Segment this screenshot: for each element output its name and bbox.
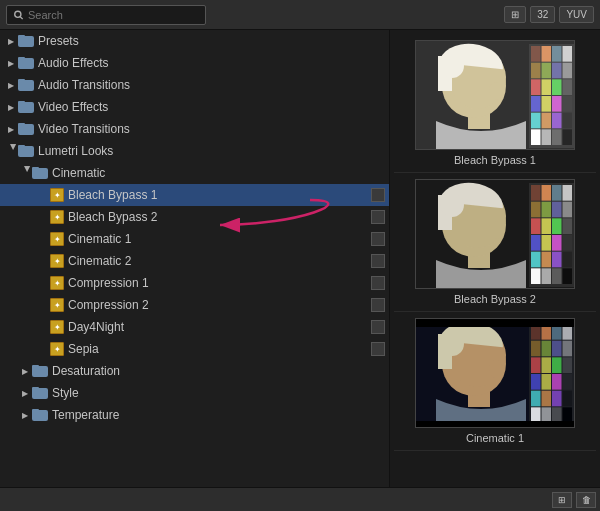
tree-item-temperature[interactable]: ▶ Temperature: [0, 404, 389, 426]
effect-icon-cinematic-1: ✦: [50, 232, 64, 246]
tree-item-video-transitions[interactable]: ▶ Video Transitions: [0, 118, 389, 140]
panel-wrapper: ▶ Presets ▶ Audio Effects ▶: [0, 30, 600, 487]
arrow-video-effects: ▶: [4, 100, 18, 114]
tree-item-cinematic-2[interactable]: ▶ ✦ Cinematic 2: [0, 250, 389, 272]
effect-icon-day4night: ✦: [50, 320, 64, 334]
tree-item-cinematic-1[interactable]: ▶ ✦ Cinematic 1: [0, 228, 389, 250]
label-style: Style: [52, 386, 385, 400]
effect-icon-cinematic-2: ✦: [50, 254, 64, 268]
effect-icon-compression-2: ✦: [50, 298, 64, 312]
folder-icon-video-effects: [18, 101, 34, 113]
label-cinematic-2: Cinematic 2: [68, 254, 367, 268]
label-sepia: Sepia: [68, 342, 367, 356]
svg-line-1: [20, 16, 22, 18]
bit-depth-button[interactable]: 32: [530, 6, 555, 23]
effect-icon-bleach-bypass-1: ✦: [50, 188, 64, 202]
label-desaturation: Desaturation: [52, 364, 385, 378]
bottom-toolbar: ⊞ 🗑: [0, 487, 600, 511]
preview-thumb-bleach-bypass-1: [415, 40, 575, 150]
preview-thumb-bleach-bypass-2: [415, 179, 575, 289]
folder-icon-style: [32, 387, 48, 399]
arrow-video-transitions: ▶: [4, 122, 18, 136]
effect-icon-sepia: ✦: [50, 342, 64, 356]
badge-sepia: [371, 342, 385, 356]
arrow-temperature: ▶: [18, 408, 32, 422]
badge-bleach-bypass-2: [371, 210, 385, 224]
label-cinematic: Cinematic: [52, 166, 385, 180]
tree-item-audio-effects[interactable]: ▶ Audio Effects: [0, 52, 389, 74]
canvas-bleach-bypass-2: [416, 180, 575, 289]
arrow-desaturation: ▶: [18, 364, 32, 378]
tree-item-compression-1[interactable]: ▶ ✦ Compression 1: [0, 272, 389, 294]
badge-compression-2: [371, 298, 385, 312]
label-temperature: Temperature: [52, 408, 385, 422]
tree-item-lumetri-looks[interactable]: ▶ Lumetri Looks: [0, 140, 389, 162]
effects-panel: ▶ Presets ▶ Audio Effects ▶: [0, 30, 390, 487]
preview-item-bleach-bypass-2[interactable]: Bleach Bypass 2: [394, 173, 596, 312]
label-audio-effects: Audio Effects: [38, 56, 385, 70]
folder-icon-temperature: [32, 409, 48, 421]
tree-item-cinematic[interactable]: ▶ Cinematic: [0, 162, 389, 184]
arrow-audio-effects: ▶: [4, 56, 18, 70]
preview-panel: Bleach Bypass 1 Bleach Bypass 2 Cinemati…: [390, 30, 600, 487]
label-presets: Presets: [38, 34, 385, 48]
folder-icon-audio-effects: [18, 57, 34, 69]
badge-cinematic-2: [371, 254, 385, 268]
preview-label-cinematic-1: Cinematic 1: [466, 432, 524, 444]
search-input[interactable]: [28, 9, 199, 21]
badge-bleach-bypass-1: [371, 188, 385, 202]
folder-icon-cinematic: [32, 167, 48, 179]
label-video-effects: Video Effects: [38, 100, 385, 114]
badge-cinematic-1: [371, 232, 385, 246]
badge-day4night: [371, 320, 385, 334]
tree-item-compression-2[interactable]: ▶ ✦ Compression 2: [0, 294, 389, 316]
preview-thumb-cinematic-1: [415, 318, 575, 428]
label-day4night: Day4Night: [68, 320, 367, 334]
folder-icon-lumetri-looks: [18, 145, 34, 157]
grid-view-button[interactable]: ⊞: [504, 6, 526, 23]
label-video-transitions: Video Transitions: [38, 122, 385, 136]
effects-list: ▶ Presets ▶ Audio Effects ▶: [0, 30, 389, 487]
label-bleach-bypass-2: Bleach Bypass 2: [68, 210, 367, 224]
label-cinematic-1: Cinematic 1: [68, 232, 367, 246]
search-icon: [13, 9, 24, 21]
folder-icon-video-transitions: [18, 123, 34, 135]
preview-label-bleach-bypass-1: Bleach Bypass 1: [454, 154, 536, 166]
arrow-lumetri-looks: ▶: [4, 144, 18, 158]
canvas-cinematic-1: [416, 319, 575, 428]
svg-point-0: [15, 11, 21, 17]
folder-icon-desaturation: [32, 365, 48, 377]
tree-item-bleach-bypass-2[interactable]: ▶ ✦ Bleach Bypass 2: [0, 206, 389, 228]
tree-item-sepia[interactable]: ▶ ✦ Sepia: [0, 338, 389, 360]
tree-item-day4night[interactable]: ▶ ✦ Day4Night: [0, 316, 389, 338]
preview-item-cinematic-1[interactable]: Cinematic 1: [394, 312, 596, 451]
arrow-style: ▶: [18, 386, 32, 400]
color-space-button[interactable]: YUV: [559, 6, 594, 23]
badge-compression-1: [371, 276, 385, 290]
tree-item-bleach-bypass-1[interactable]: ▶ ✦ Bleach Bypass 1: [0, 184, 389, 206]
effect-icon-bleach-bypass-2: ✦: [50, 210, 64, 224]
canvas-bleach-bypass-1: [416, 41, 575, 150]
tree-item-desaturation[interactable]: ▶ Desaturation: [0, 360, 389, 382]
tree-item-style[interactable]: ▶ Style: [0, 382, 389, 404]
preview-item-bleach-bypass-1[interactable]: Bleach Bypass 1: [394, 34, 596, 173]
folder-icon-presets: [18, 35, 34, 47]
delete-button[interactable]: 🗑: [576, 492, 596, 508]
arrow-cinematic: ▶: [18, 166, 32, 180]
arrow-presets: ▶: [4, 34, 18, 48]
arrow-audio-transitions: ▶: [4, 78, 18, 92]
label-bleach-bypass-1: Bleach Bypass 1: [68, 188, 367, 202]
folder-icon-audio-transitions: [18, 79, 34, 91]
preview-label-bleach-bypass-2: Bleach Bypass 2: [454, 293, 536, 305]
new-bin-button[interactable]: ⊞: [552, 492, 572, 508]
label-compression-2: Compression 2: [68, 298, 367, 312]
tree-item-presets[interactable]: ▶ Presets: [0, 30, 389, 52]
label-lumetri-looks: Lumetri Looks: [38, 144, 385, 158]
toolbar: ⊞ 32 YUV: [0, 0, 600, 30]
effect-icon-compression-1: ✦: [50, 276, 64, 290]
tree-item-audio-transitions[interactable]: ▶ Audio Transitions: [0, 74, 389, 96]
label-compression-1: Compression 1: [68, 276, 367, 290]
search-box[interactable]: [6, 5, 206, 25]
tree-item-video-effects[interactable]: ▶ Video Effects: [0, 96, 389, 118]
label-audio-transitions: Audio Transitions: [38, 78, 385, 92]
